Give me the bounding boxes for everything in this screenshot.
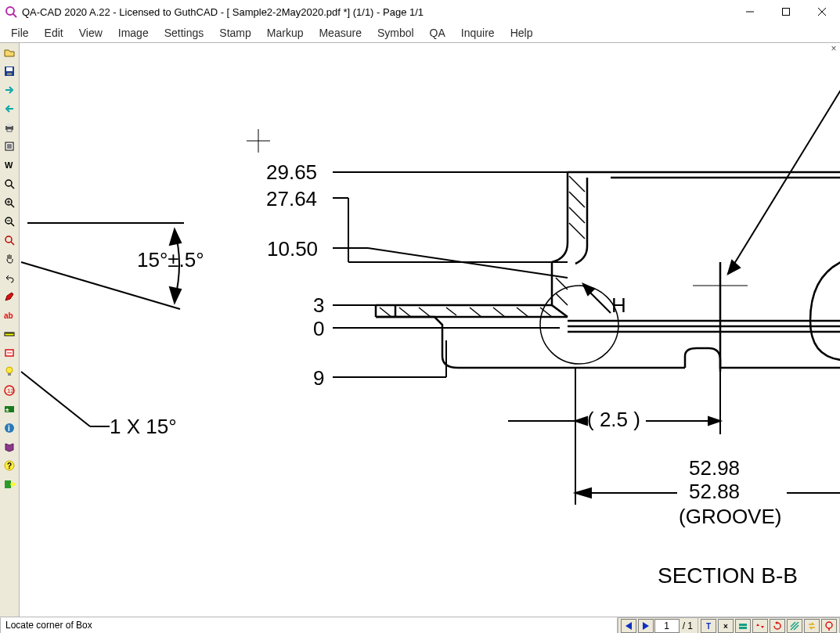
menu-help[interactable]: Help <box>503 25 541 41</box>
svg-rect-10 <box>7 124 12 127</box>
hatch-icon[interactable] <box>787 619 802 633</box>
svg-rect-38 <box>8 373 11 376</box>
section-label: SECTION B-B <box>658 563 798 588</box>
svg-line-4 <box>818 8 826 16</box>
next-page-button[interactable] <box>638 619 654 633</box>
ruler-icon[interactable] <box>1 325 18 343</box>
svg-point-121 <box>826 622 832 628</box>
bulb-icon[interactable] <box>1 363 18 380</box>
svg-marker-52 <box>170 229 181 245</box>
info-icon[interactable]: i <box>1 419 18 437</box>
svg-text:ab: ab <box>4 311 13 320</box>
page-number-input[interactable] <box>654 619 680 633</box>
svg-rect-8 <box>7 73 12 75</box>
svg-line-89 <box>446 308 456 315</box>
zoom-icon[interactable] <box>1 175 18 192</box>
back-arrow-icon[interactable] <box>1 100 18 117</box>
forward-arrow-icon[interactable] <box>1 81 18 99</box>
menu-edit[interactable]: Edit <box>37 25 71 41</box>
title-bar: QA-CAD 2020 A.22 - Licensed to GuthCAD -… <box>0 0 840 23</box>
exit-icon[interactable] <box>1 476 18 493</box>
svg-rect-116 <box>739 627 747 629</box>
chamfer-label: 1 X 15° <box>110 415 177 439</box>
swap-icon[interactable] <box>804 619 820 633</box>
svg-line-54 <box>21 372 90 426</box>
window-controls <box>732 0 840 23</box>
menu-settings[interactable]: Settings <box>157 25 212 41</box>
menu-measure[interactable]: Measure <box>311 25 369 41</box>
svg-point-17 <box>5 180 12 186</box>
svg-marker-53 <box>170 287 181 303</box>
save-icon[interactable] <box>1 63 18 80</box>
svg-rect-115 <box>739 624 747 626</box>
drawing-svg <box>20 43 840 617</box>
flip-icon[interactable] <box>752 619 768 633</box>
text-tool-button[interactable]: T <box>701 619 716 633</box>
ref-25: ( 2.5 ) <box>587 408 640 432</box>
menu-qa[interactable]: QA <box>422 25 453 41</box>
ref-h: H <box>611 293 626 318</box>
dim-1050: 10.50 <box>267 237 318 261</box>
menu-image[interactable]: Image <box>110 25 157 41</box>
svg-line-83 <box>569 192 585 207</box>
pencil-icon[interactable] <box>1 288 18 305</box>
minimize-button[interactable] <box>732 0 768 23</box>
dim-9: 9 <box>313 366 324 390</box>
book-icon[interactable] <box>1 438 18 455</box>
font-icon[interactable]: W <box>1 156 18 174</box>
svg-rect-7 <box>6 67 13 71</box>
help2-icon[interactable]: ? <box>1 457 18 474</box>
ab-text-icon[interactable]: ab <box>1 307 18 324</box>
zoom-out-icon[interactable] <box>1 213 18 230</box>
svg-marker-114 <box>643 622 649 630</box>
vertical-toolbar: W ab 12 ± i ? <box>0 43 20 617</box>
page-navigator: / 1 <box>618 617 698 633</box>
revision-icon[interactable]: 12 <box>1 382 18 399</box>
svg-line-95 <box>556 293 568 305</box>
svg-line-85 <box>569 223 585 239</box>
svg-line-90 <box>470 308 481 317</box>
svg-line-109 <box>728 90 840 274</box>
app-icon <box>5 5 17 18</box>
svg-rect-47 <box>5 480 11 488</box>
zoom-in-icon[interactable] <box>1 194 18 211</box>
svg-line-18 <box>11 185 14 189</box>
menu-inquire[interactable]: Inquire <box>453 25 503 41</box>
menu-view[interactable]: View <box>71 25 110 41</box>
close-button[interactable] <box>804 0 840 23</box>
menu-file[interactable]: File <box>3 25 37 41</box>
maximize-button[interactable] <box>768 0 804 23</box>
delete-tool-button[interactable]: × <box>718 619 734 633</box>
svg-point-26 <box>5 236 12 243</box>
svg-point-96 <box>540 286 618 364</box>
page-total-label: / 1 <box>683 620 693 631</box>
menu-symbol[interactable]: Symbol <box>370 25 422 41</box>
prev-page-button[interactable] <box>621 619 636 633</box>
zoom-select-icon[interactable] <box>1 232 18 249</box>
layers-icon[interactable] <box>735 619 751 633</box>
bottom-tools: T × <box>698 617 840 633</box>
logo-icon[interactable]: ± <box>1 401 18 418</box>
angle-15-label: 15°±.5° <box>137 248 204 272</box>
groove-label: (GROOVE) <box>679 505 781 529</box>
svg-marker-110 <box>728 261 740 274</box>
svg-rect-11 <box>7 129 12 131</box>
stamp-icon[interactable] <box>1 344 18 361</box>
dim-5298: 52.98 <box>689 456 740 480</box>
svg-line-84 <box>569 207 585 223</box>
svg-marker-117 <box>775 621 777 624</box>
dim-2764: 27.64 <box>266 187 317 211</box>
read-icon[interactable] <box>1 138 18 155</box>
svg-line-92 <box>517 308 528 317</box>
undo-icon[interactable] <box>1 269 18 286</box>
open-icon[interactable] <box>1 44 18 61</box>
pan-icon[interactable] <box>1 250 18 268</box>
print-icon[interactable] <box>1 119 18 136</box>
drawing-canvas[interactable]: × <box>20 43 840 617</box>
rotate-icon[interactable] <box>770 619 785 633</box>
svg-text:?: ? <box>7 462 12 470</box>
menu-stamp[interactable]: Stamp <box>211 25 258 41</box>
svg-marker-103 <box>575 417 587 425</box>
menu-markup[interactable]: Markup <box>259 25 312 41</box>
balloon-icon[interactable] <box>821 619 837 633</box>
